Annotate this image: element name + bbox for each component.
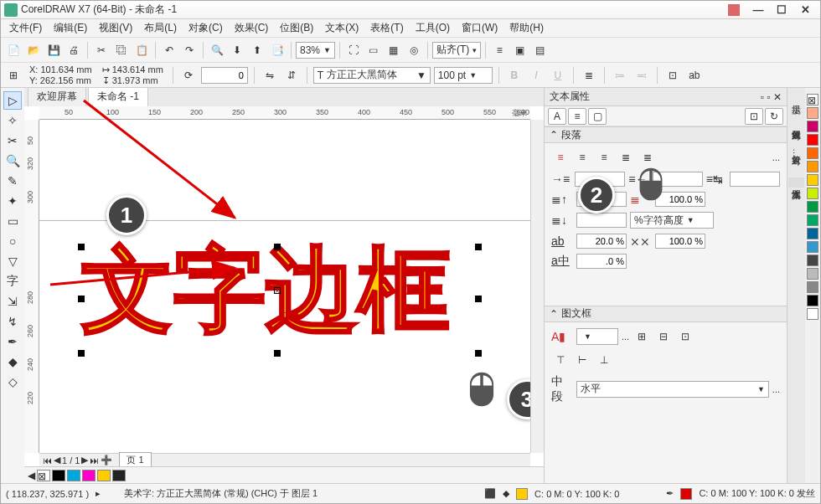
docker-controls[interactable]: ▫ ▫ ✕ bbox=[761, 91, 782, 103]
menu-help[interactable]: 帮助(H) bbox=[504, 19, 549, 37]
rotation-field[interactable] bbox=[201, 67, 248, 84]
swatch-6[interactable] bbox=[807, 228, 818, 239]
align-justify-icon[interactable]: ≣ bbox=[617, 148, 635, 167]
fill-tool[interactable]: ◆ bbox=[3, 352, 22, 371]
swatch-4[interactable] bbox=[807, 255, 818, 266]
valign-mid-icon[interactable]: ⊢ bbox=[573, 351, 591, 369]
pick-tool[interactable]: ▷ bbox=[3, 91, 22, 110]
paste-icon[interactable]: 📋 bbox=[132, 41, 151, 59]
swatch-5[interactable] bbox=[807, 241, 818, 253]
import-icon[interactable]: ⬇ bbox=[228, 41, 246, 59]
char-spacing[interactable] bbox=[576, 234, 627, 249]
cut-icon[interactable]: ✂ bbox=[92, 41, 111, 59]
handle-tl[interactable] bbox=[78, 244, 85, 250]
sw-k[interactable] bbox=[112, 470, 126, 481]
valign-top-icon[interactable]: ⊤ bbox=[551, 351, 570, 369]
tab-char-icon[interactable]: A bbox=[548, 108, 566, 125]
sw-none[interactable]: ⊠ bbox=[37, 470, 50, 481]
fullscreen-icon[interactable]: ⛶ bbox=[344, 41, 363, 59]
swatch-8[interactable] bbox=[807, 201, 818, 213]
section-frame[interactable]: 图文框 bbox=[561, 306, 591, 321]
tab-welcome[interactable]: 欢迎屏幕 bbox=[28, 88, 86, 106]
page-prev[interactable]: ◀ bbox=[54, 455, 60, 465]
open-icon[interactable]: 📂 bbox=[24, 41, 43, 59]
font-combo[interactable]: T 方正正大黑简体▼ bbox=[313, 67, 431, 84]
dropcap-icon[interactable]: ≕ bbox=[633, 66, 651, 85]
zoom-tool[interactable]: 🔍 bbox=[3, 152, 22, 170]
swatch-0[interactable] bbox=[807, 308, 818, 320]
word-spacing[interactable] bbox=[655, 234, 705, 249]
shape-tool[interactable]: ✧ bbox=[3, 111, 22, 130]
user-icon[interactable] bbox=[728, 4, 740, 16]
mirror-v-icon[interactable]: ⇵ bbox=[282, 66, 301, 85]
underline-icon[interactable]: U bbox=[549, 66, 567, 85]
handle-bl[interactable] bbox=[78, 350, 85, 357]
publish-icon[interactable]: 📑 bbox=[268, 41, 287, 59]
outline-icon[interactable]: ✒ bbox=[666, 488, 674, 499]
maximize-button[interactable]: ☐ bbox=[770, 3, 793, 18]
menu-text[interactable]: 文本(X) bbox=[320, 19, 364, 37]
mirror-h-icon[interactable]: ⇋ bbox=[261, 66, 279, 85]
menu-effects[interactable]: 效果(C) bbox=[230, 19, 274, 37]
lang-spacing[interactable] bbox=[576, 254, 627, 269]
menu-tools[interactable]: 工具(O) bbox=[410, 19, 455, 37]
space-after[interactable] bbox=[576, 213, 627, 228]
handle-br[interactable] bbox=[475, 350, 482, 357]
guides-icon[interactable]: ◎ bbox=[405, 41, 423, 59]
menu-table[interactable]: 表格(T) bbox=[365, 19, 408, 37]
tab-doc1[interactable]: 未命名 -1 bbox=[88, 88, 148, 106]
close-button[interactable]: ✕ bbox=[793, 3, 817, 18]
sidetab-textprops[interactable]: 文本属性 bbox=[788, 177, 804, 188]
align-right-icon[interactable]: ≡ bbox=[595, 148, 613, 167]
ellipse-tool[interactable]: ○ bbox=[3, 232, 22, 250]
fill-icon[interactable]: ⬛ bbox=[484, 488, 496, 499]
zoom-combo[interactable]: 83%▼ bbox=[296, 42, 335, 59]
page-add[interactable]: ➕ bbox=[101, 455, 112, 465]
bold-icon[interactable]: B bbox=[505, 66, 524, 85]
copy-icon[interactable]: ⿻ bbox=[112, 41, 131, 59]
menu-bitmap[interactable]: 位图(B) bbox=[275, 19, 318, 37]
tab-options-icon[interactable]: ⊡ bbox=[745, 108, 763, 125]
page-next[interactable]: ▶ bbox=[81, 455, 88, 465]
options-icon[interactable]: ≡ bbox=[490, 41, 509, 59]
tab-frame-icon[interactable]: ▢ bbox=[588, 108, 607, 125]
snap-combo[interactable]: 贴齐(T)▾ bbox=[432, 42, 481, 59]
swatch-7[interactable] bbox=[807, 214, 818, 226]
page-tab-1[interactable]: 页 1 bbox=[119, 452, 151, 466]
sw-yellow[interactable] bbox=[97, 470, 111, 481]
menu-edit[interactable]: 编辑(E) bbox=[49, 19, 92, 37]
edittext-icon[interactable]: ab bbox=[685, 66, 704, 85]
handle-tm[interactable] bbox=[274, 244, 281, 250]
swatch-none[interactable]: ⊠ bbox=[807, 94, 818, 105]
menu-window[interactable]: 窗口(W) bbox=[457, 19, 503, 37]
swatch-15[interactable] bbox=[807, 107, 818, 119]
sidetab-hints[interactable]: 提示 bbox=[788, 93, 804, 103]
textprops-icon[interactable]: ⊡ bbox=[664, 66, 682, 85]
frame-opt3-icon[interactable]: ⊡ bbox=[676, 327, 694, 346]
print-icon[interactable]: 🖨 bbox=[65, 41, 83, 59]
sw-magenta[interactable] bbox=[82, 470, 96, 481]
dropper-tool[interactable]: ✒ bbox=[3, 332, 22, 351]
search-icon[interactable]: 🔍 bbox=[208, 41, 226, 59]
align-icon[interactable]: ≣ bbox=[580, 66, 598, 85]
italic-icon[interactable]: I bbox=[527, 66, 545, 85]
origin-icon[interactable]: ⊞ bbox=[4, 66, 23, 85]
sidetab-objprops[interactable]: 对象属性 bbox=[788, 118, 804, 128]
artistic-text[interactable]: 文字边框 bbox=[81, 229, 450, 353]
new-icon[interactable]: 📄 bbox=[4, 41, 23, 59]
sw-cyan[interactable] bbox=[67, 470, 80, 481]
rulers-icon[interactable]: ▭ bbox=[364, 41, 383, 59]
swatch-13[interactable] bbox=[807, 134, 818, 146]
fontsize-combo[interactable]: 100 pt▼ bbox=[434, 67, 493, 84]
section-paragraph[interactable]: 段落 bbox=[561, 128, 581, 142]
swatch-14[interactable] bbox=[807, 121, 818, 132]
handle-mr[interactable] bbox=[475, 296, 482, 302]
swatch-10[interactable] bbox=[807, 174, 818, 186]
outline-tool[interactable]: ◇ bbox=[3, 373, 22, 391]
sw-black[interactable] bbox=[52, 470, 65, 481]
frame-opt2-icon[interactable]: ⊟ bbox=[654, 327, 673, 346]
minimize-button[interactable]: — bbox=[746, 3, 770, 18]
bullets-icon[interactable]: ≔ bbox=[611, 66, 629, 85]
export-icon[interactable]: ⬆ bbox=[248, 41, 266, 59]
undo-icon[interactable]: ↶ bbox=[160, 41, 178, 59]
